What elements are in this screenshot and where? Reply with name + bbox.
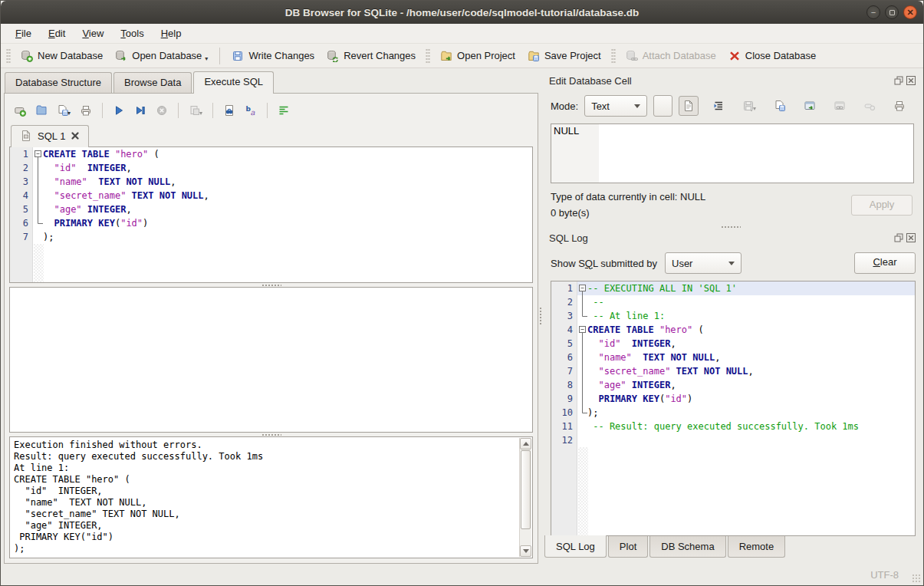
text-document-icon [682, 100, 695, 112]
fold-marker[interactable] [33, 147, 43, 161]
find-replace-button[interactable]: ba [242, 101, 260, 120]
auto-detect-format-button[interactable] [653, 95, 672, 117]
code-line: 2 -- [551, 295, 915, 309]
line-number: 8 [551, 378, 577, 392]
export-data-icon [774, 100, 786, 112]
execute-sql-tab-content: ▾▾ba SQL 1 1CREATE TABLE "hero" (2 "id" … [4, 93, 538, 564]
open-database-button[interactable]: Open Database▾ [109, 47, 214, 65]
save-sql-file-button[interactable]: ▾ [54, 101, 74, 120]
print-button[interactable] [77, 101, 95, 120]
bottom-tab-remote[interactable]: Remote [728, 536, 786, 558]
line-number: 6 [10, 216, 33, 230]
tab-browse-data[interactable]: Browse Data [113, 72, 192, 93]
print-cell-button[interactable] [889, 96, 909, 116]
sql-file-tab[interactable]: SQL 1 [11, 125, 89, 147]
new-database-button[interactable]: New Database [15, 47, 109, 65]
sql-log-view[interactable]: 1-- EXECUTING ALL IN 'SQL 1'2 --3 -- At … [551, 281, 916, 536]
code-text: "name" TEXT NOT NULL, [587, 351, 915, 364]
tab-execute-sql[interactable]: Execute SQL [193, 71, 274, 94]
tab-database-structure[interactable]: Database Structure [5, 72, 112, 93]
new-sql-tab-button[interactable] [11, 101, 29, 120]
splitter-left-right[interactable] [538, 68, 543, 564]
cell-size-text: 0 byte(s) [551, 207, 851, 219]
code-line: 6 PRIMARY KEY("id") [10, 216, 532, 230]
import-data-button[interactable]: ▾ [738, 96, 760, 116]
revert-changes-button[interactable]: Revert Changes [321, 47, 422, 65]
code-line: 12 [551, 433, 915, 447]
save-project-button[interactable]: Save Project [521, 47, 607, 65]
line-number: 5 [551, 337, 577, 351]
stop-execution-button[interactable] [153, 101, 171, 120]
code-line: 1-- EXECUTING ALL IN 'SQL 1' [551, 281, 915, 295]
cell-value-editor[interactable]: NULL [551, 123, 914, 183]
open-project-button[interactable]: Open Project [434, 47, 521, 65]
bottom-tab-db-schema[interactable]: DB Schema [649, 536, 725, 558]
attach-database-button[interactable]: Attach Database [620, 47, 722, 65]
code-line: 5 "id" INTEGER, [551, 337, 915, 351]
close-dock-icon[interactable] [906, 233, 916, 242]
line-number: 10 [551, 406, 577, 420]
execute-current-line-button[interactable] [131, 101, 150, 120]
line-number: 9 [551, 392, 577, 406]
line-number: 5 [10, 202, 33, 216]
results-scrollbar[interactable] [519, 438, 531, 557]
code-line: 2 "id" INTEGER, [10, 161, 532, 175]
fold-marker[interactable] [577, 281, 587, 295]
scroll-down-icon[interactable] [520, 545, 531, 557]
submitted-by-value: User [672, 258, 692, 269]
menu-file[interactable]: File [7, 25, 40, 42]
execute-all-button[interactable] [110, 101, 128, 120]
mode-dropdown[interactable]: Text [584, 95, 647, 117]
float-dock-icon[interactable] [894, 76, 903, 85]
maximize-icon[interactable] [885, 5, 899, 19]
splitter-cell-log[interactable] [544, 225, 917, 229]
format-sql-button[interactable] [275, 101, 293, 120]
code-text: CREATE TABLE "hero" ( [43, 147, 532, 161]
submitted-by-dropdown[interactable]: User [665, 252, 742, 274]
scroll-up-icon[interactable] [520, 438, 531, 449]
results-grid-pane[interactable] [9, 287, 533, 433]
menu-edit[interactable]: Edit [40, 25, 74, 42]
write-changes-button[interactable]: Write Changes [225, 47, 321, 65]
find-button[interactable] [220, 101, 238, 120]
bottom-tab-plot[interactable]: Plot [608, 536, 648, 558]
execution-message-pane[interactable]: Execution finished without errors. Resul… [9, 436, 533, 558]
float-dock-icon[interactable] [894, 233, 903, 242]
export-data-button[interactable] [770, 96, 790, 116]
menu-tools[interactable]: Tools [112, 25, 152, 42]
line-number: 6 [551, 351, 577, 364]
resize-grip-icon[interactable] [912, 574, 921, 583]
open-sql-file-button[interactable] [32, 101, 51, 120]
close-tab-icon[interactable] [71, 131, 80, 140]
text-mode-button[interactable] [679, 96, 699, 116]
menu-view[interactable]: View [74, 25, 112, 42]
menu-help[interactable]: Help [153, 25, 190, 42]
fold-marker[interactable] [577, 323, 587, 337]
word-wrap-button[interactable] [709, 96, 728, 116]
open-external-button[interactable] [800, 96, 820, 116]
minimize-icon[interactable]: − [866, 5, 880, 19]
code-text: -- Result: query executed successfully. … [587, 420, 915, 433]
apply-button[interactable]: Apply [851, 195, 912, 216]
clear-log-button[interactable]: Clear [854, 252, 916, 274]
set-null-button[interactable] [860, 96, 880, 116]
copy-link-button[interactable] [830, 96, 850, 116]
line-number: 4 [10, 189, 33, 202]
close-database-button[interactable]: Close Database [722, 47, 823, 65]
sql-editor[interactable]: 1CREATE TABLE "hero" (2 "id" INTEGER,3 "… [9, 146, 533, 283]
scrollbar-thumb[interactable] [521, 450, 531, 529]
code-line: 4 "secret_name" TEXT NOT NULL, [10, 189, 532, 202]
find-icon [223, 104, 235, 117]
code-line: 7); [10, 230, 532, 244]
splitter-editor-results[interactable] [9, 283, 533, 287]
bottom-tab-sql-log[interactable]: SQL Log [544, 535, 607, 558]
fold-marker [33, 175, 43, 189]
export-results-button[interactable]: ▾ [186, 101, 206, 120]
titlebar[interactable]: DB Browser for SQLite - /home/user/code/… [1, 1, 923, 24]
bottom-tab-bar: SQL LogPlotDB SchemaRemote [544, 536, 917, 564]
close-icon[interactable]: ✕ [903, 5, 917, 19]
close-dock-icon[interactable] [906, 76, 916, 85]
main-tab-bar: Database StructureBrowse DataExecute SQL [4, 70, 538, 93]
save-project-icon [528, 50, 540, 62]
chevron-down-icon: ▾ [205, 55, 208, 62]
